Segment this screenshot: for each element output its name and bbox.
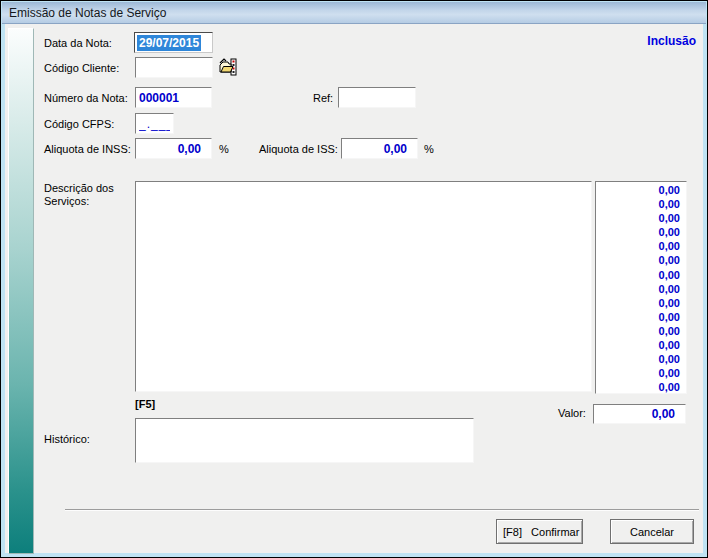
cfps-label: Código CFPS: [44,118,114,130]
note-number-label: Número da Nota: [44,92,128,104]
ref-label: Ref: [313,92,333,104]
date-label: Data da Nota: [44,37,112,49]
line-value: 0,00 [596,197,686,211]
history-label: Histórico: [44,433,90,445]
line-value: 0,00 [596,324,686,338]
emission-window: Emissão de Notas de Serviço Inclusão Dat… [0,0,708,558]
date-value: 29/07/2015 [137,35,201,51]
note-number-input[interactable] [135,87,212,108]
folder-lookup-icon [218,57,238,77]
cancel-button[interactable]: Cancelar [610,519,694,544]
ref-input[interactable] [338,87,416,108]
line-value: 0,00 [596,380,686,394]
client-lookup-button[interactable] [217,57,239,79]
client-code-input[interactable] [135,57,213,78]
confirm-button[interactable]: [F8] Confirmar [496,519,583,544]
line-value: 0,00 [596,282,686,296]
inss-percent-suffix: % [219,143,229,155]
inss-input[interactable] [135,138,212,159]
line-value: 0,00 [596,366,686,380]
line-value: 0,00 [596,310,686,324]
iss-input[interactable] [341,138,418,159]
total-input[interactable] [593,404,686,424]
line-value: 0,00 [596,239,686,253]
date-input[interactable]: 29/07/2015 [134,32,213,53]
line-value: 0,00 [596,211,686,225]
window-title: Emissão de Notas de Serviço [9,6,166,20]
sidebar-gradient [8,28,34,554]
line-value: 0,00 [596,352,686,366]
line-value: 0,00 [596,183,686,197]
footer-divider [65,509,699,511]
line-value: 0,00 [596,296,686,310]
line-value: 0,00 [596,225,686,239]
line-value: 0,00 [596,253,686,267]
description-label: Descrição dos Serviços: [44,182,132,208]
iss-label: Aliquota de ISS: [259,143,338,155]
description-textarea[interactable] [135,181,592,392]
line-values-box[interactable]: 0,000,000,000,000,000,000,000,000,000,00… [595,181,687,394]
iss-percent-suffix: % [424,143,434,155]
line-value: 0,00 [596,338,686,352]
cfps-input[interactable] [135,113,174,134]
history-textarea[interactable] [135,418,474,463]
f5-hint: [F5] [135,398,155,410]
client-code-label: Código Cliente: [44,62,119,74]
line-value: 0,00 [596,268,686,282]
inss-label: Aliquota de INSS: [44,143,131,155]
titlebar[interactable]: Emissão de Notas de Serviço [2,2,706,24]
status-badge: Inclusão [647,34,696,48]
total-label: Valor: [558,407,586,419]
